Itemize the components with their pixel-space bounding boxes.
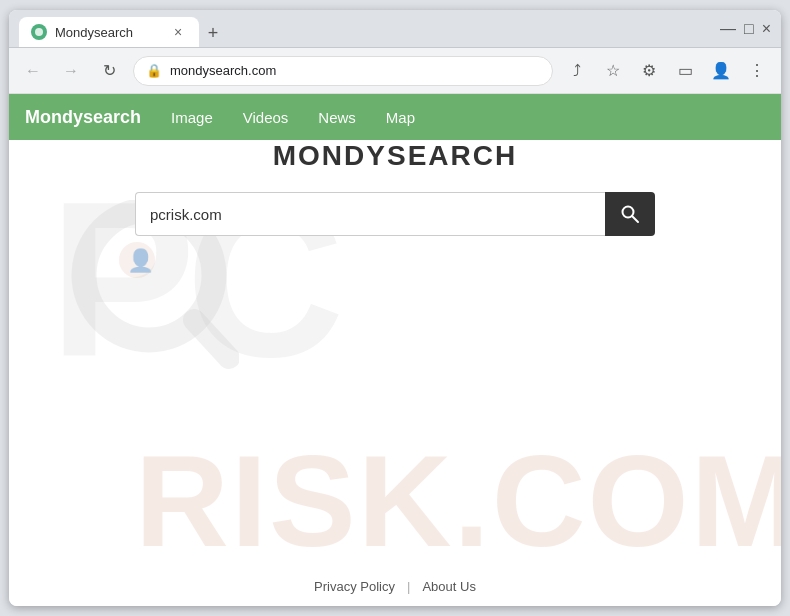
minimize-button[interactable]: —: [720, 20, 736, 38]
nav-videos[interactable]: Videos: [243, 109, 289, 126]
site-content: 👤 PC RISK.COM MONDYSEARCH Privacy Policy: [9, 140, 781, 606]
bookmark-icon[interactable]: ☆: [599, 57, 627, 85]
search-input[interactable]: [135, 192, 605, 236]
site-nav: Mondysearch Image Videos News Map: [9, 94, 781, 140]
privacy-policy-link[interactable]: Privacy Policy: [314, 579, 395, 594]
tab-title: Mondysearch: [55, 25, 133, 40]
search-icon: [620, 204, 640, 224]
risk-watermark: RISK.COM: [135, 426, 781, 576]
svg-line-2: [194, 320, 229, 358]
active-tab[interactable]: Mondysearch ×: [19, 17, 199, 47]
window-close-button[interactable]: ×: [762, 20, 771, 38]
share-icon[interactable]: ⤴: [563, 57, 591, 85]
forward-button[interactable]: →: [57, 57, 85, 85]
url-box[interactable]: 🔒 mondysearch.com: [133, 56, 553, 86]
nav-news[interactable]: News: [318, 109, 356, 126]
more-options-icon[interactable]: ⋮: [743, 57, 771, 85]
footer-separator: |: [407, 579, 410, 594]
site-footer: Privacy Policy | About Us: [314, 567, 476, 606]
profile-icon[interactable]: 👤: [707, 57, 735, 85]
nav-image[interactable]: Image: [171, 109, 213, 126]
svg-point-3: [119, 242, 155, 278]
search-box: [135, 192, 655, 236]
tab-area: Mondysearch × +: [19, 10, 706, 47]
reload-button[interactable]: ↻: [95, 57, 123, 85]
url-text: mondysearch.com: [170, 63, 540, 78]
title-bar: Mondysearch × + — □ ×: [9, 10, 781, 48]
tab-close-button[interactable]: ×: [169, 23, 187, 41]
window-icon[interactable]: ▭: [671, 57, 699, 85]
toolbar-icons: ⤴ ☆ ⚙ ▭ 👤 ⋮: [563, 57, 771, 85]
search-area: MONDYSEARCH: [135, 140, 655, 236]
new-tab-button[interactable]: +: [199, 19, 227, 47]
maximize-button[interactable]: □: [744, 20, 754, 38]
svg-text:👤: 👤: [127, 247, 155, 274]
tab-favicon: [31, 24, 47, 40]
address-bar: ← → ↻ 🔒 mondysearch.com ⤴ ☆ ⚙ ▭ 👤 ⋮: [9, 48, 781, 94]
site-brand[interactable]: Mondysearch: [25, 107, 141, 128]
svg-line-6: [632, 216, 638, 222]
back-button[interactable]: ←: [19, 57, 47, 85]
nav-map[interactable]: Map: [386, 109, 415, 126]
page-title: MONDYSEARCH: [273, 140, 517, 172]
search-button[interactable]: [605, 192, 655, 236]
browser-window: Mondysearch × + — □ × ← → ↻ 🔒 mondysearc…: [9, 10, 781, 606]
svg-point-0: [35, 28, 43, 36]
lock-icon: 🔒: [146, 63, 162, 78]
about-us-link[interactable]: About Us: [422, 579, 475, 594]
window-controls: — □ ×: [720, 20, 771, 38]
extensions-icon[interactable]: ⚙: [635, 57, 663, 85]
